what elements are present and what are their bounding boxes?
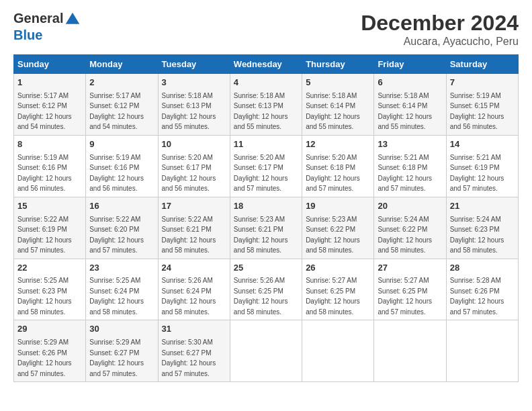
table-row: 22 Sunrise: 5:25 AMSunset: 6:23 PMDaylig… (14, 259, 519, 320)
day-cell-27: 27 Sunrise: 5:27 AMSunset: 6:25 PMDaylig… (374, 259, 446, 320)
col-sunday: Sunday (14, 55, 86, 74)
day-cell-1: 1 Sunrise: 5:17 AMSunset: 6:12 PMDayligh… (14, 74, 86, 136)
day-cell-28: 28 Sunrise: 5:28 AMSunset: 6:26 PMDaylig… (446, 259, 518, 320)
day-cell-25: 25 Sunrise: 5:26 AMSunset: 6:25 PMDaylig… (230, 259, 302, 320)
day-cell-16: 16 Sunrise: 5:22 AMSunset: 6:20 PMDaylig… (86, 197, 158, 259)
main-title: December 2024 (361, 11, 519, 36)
day-cell-29: 29 Sunrise: 5:29 AMSunset: 6:26 PMDaylig… (14, 320, 86, 382)
table-row: 8 Sunrise: 5:19 AMSunset: 6:16 PMDayligh… (14, 135, 519, 197)
logo-blue: Blue (13, 28, 81, 43)
table-row: 29 Sunrise: 5:29 AMSunset: 6:26 PMDaylig… (14, 320, 519, 382)
day-cell-24: 24 Sunrise: 5:26 AMSunset: 6:24 PMDaylig… (158, 259, 230, 320)
col-saturday: Saturday (446, 55, 518, 74)
day-cell-5: 5 Sunrise: 5:18 AMSunset: 6:14 PMDayligh… (302, 74, 374, 136)
logo: General Blue (13, 11, 81, 43)
sub-title: Aucara, Ayacucho, Peru (361, 36, 519, 48)
day-cell-14: 14 Sunrise: 5:21 AMSunset: 6:19 PMDaylig… (446, 135, 518, 197)
day-cell-18: 18 Sunrise: 5:23 AMSunset: 6:21 PMDaylig… (230, 197, 302, 259)
day-cell-12: 12 Sunrise: 5:20 AMSunset: 6:18 PMDaylig… (302, 135, 374, 197)
col-thursday: Thursday (302, 55, 374, 74)
day-cell-9: 9 Sunrise: 5:19 AMSunset: 6:16 PMDayligh… (86, 135, 158, 197)
day-cell-31: 31 Sunrise: 5:30 AMSunset: 6:27 PMDaylig… (158, 320, 230, 382)
day-cell-21: 21 Sunrise: 5:24 AMSunset: 6:23 PMDaylig… (446, 197, 518, 259)
day-cell-20: 20 Sunrise: 5:24 AMSunset: 6:22 PMDaylig… (374, 197, 446, 259)
title-block: December 2024 Aucara, Ayacucho, Peru (361, 11, 519, 48)
page: General Blue December 2024 Aucara, Ayacu… (0, 0, 532, 393)
table-row: 15 Sunrise: 5:22 AMSunset: 6:19 PMDaylig… (14, 197, 519, 259)
empty-cell (374, 320, 446, 382)
empty-cell (302, 320, 374, 382)
col-wednesday: Wednesday (230, 55, 302, 74)
day-cell-19: 19 Sunrise: 5:23 AMSunset: 6:22 PMDaylig… (302, 197, 374, 259)
svg-marker-0 (66, 12, 80, 24)
header: General Blue December 2024 Aucara, Ayacu… (13, 11, 519, 48)
calendar-header-row: Sunday Monday Tuesday Wednesday Thursday… (14, 55, 519, 74)
day-cell-23: 23 Sunrise: 5:25 AMSunset: 6:24 PMDaylig… (86, 259, 158, 320)
empty-cell (446, 320, 518, 382)
day-cell-6: 6 Sunrise: 5:18 AMSunset: 6:14 PMDayligh… (374, 74, 446, 136)
day-cell-8: 8 Sunrise: 5:19 AMSunset: 6:16 PMDayligh… (14, 135, 86, 197)
day-cell-10: 10 Sunrise: 5:20 AMSunset: 6:17 PMDaylig… (158, 135, 230, 197)
logo-icon (64, 11, 81, 28)
col-friday: Friday (374, 55, 446, 74)
day-cell-4: 4 Sunrise: 5:18 AMSunset: 6:13 PMDayligh… (230, 74, 302, 136)
day-cell-17: 17 Sunrise: 5:22 AMSunset: 6:21 PMDaylig… (158, 197, 230, 259)
day-cell-2: 2 Sunrise: 5:17 AMSunset: 6:12 PMDayligh… (86, 74, 158, 136)
empty-cell (230, 320, 302, 382)
day-cell-15: 15 Sunrise: 5:22 AMSunset: 6:19 PMDaylig… (14, 197, 86, 259)
day-cell-26: 26 Sunrise: 5:27 AMSunset: 6:25 PMDaylig… (302, 259, 374, 320)
day-cell-11: 11 Sunrise: 5:20 AMSunset: 6:17 PMDaylig… (230, 135, 302, 197)
col-monday: Monday (86, 55, 158, 74)
day-cell-22: 22 Sunrise: 5:25 AMSunset: 6:23 PMDaylig… (14, 259, 86, 320)
day-cell-30: 30 Sunrise: 5:29 AMSunset: 6:27 PMDaylig… (86, 320, 158, 382)
table-row: 1 Sunrise: 5:17 AMSunset: 6:12 PMDayligh… (14, 74, 519, 136)
logo-general: General (13, 11, 63, 26)
col-tuesday: Tuesday (158, 55, 230, 74)
day-cell-7: 7 Sunrise: 5:19 AMSunset: 6:15 PMDayligh… (446, 74, 518, 136)
day-cell-3: 3 Sunrise: 5:18 AMSunset: 6:13 PMDayligh… (158, 74, 230, 136)
day-cell-13: 13 Sunrise: 5:21 AMSunset: 6:18 PMDaylig… (374, 135, 446, 197)
calendar-table: Sunday Monday Tuesday Wednesday Thursday… (13, 54, 519, 382)
